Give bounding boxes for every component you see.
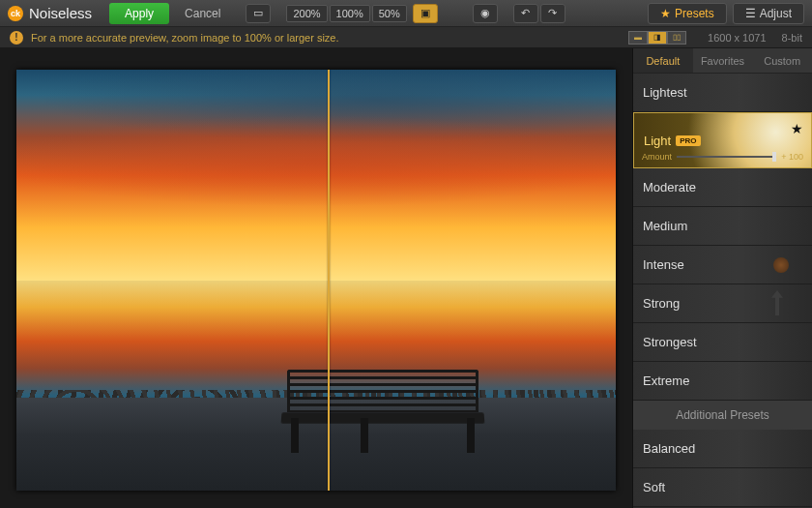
preset-label: Balanced bbox=[643, 441, 695, 456]
preview-group: ◉ bbox=[473, 4, 498, 23]
bit-depth: 8-bit bbox=[782, 32, 802, 44]
preset-tabs: Default Favorites Custom bbox=[633, 48, 812, 74]
main-area: Default Favorites Custom Lightest Light … bbox=[0, 48, 812, 508]
apply-button[interactable]: Apply bbox=[109, 3, 169, 24]
cancel-button[interactable]: Cancel bbox=[175, 3, 230, 24]
star-icon: ★ bbox=[660, 7, 671, 20]
adjust-label: Adjust bbox=[760, 7, 792, 20]
compare-single-icon[interactable]: ▬ bbox=[628, 31, 648, 45]
preset-moderate[interactable]: Moderate bbox=[633, 168, 812, 207]
redo-icon[interactable]: ↷ bbox=[540, 4, 566, 23]
compare-side-icon[interactable]: ▯▯ bbox=[667, 31, 686, 45]
export-group: ▭ bbox=[246, 4, 271, 23]
preset-balanced[interactable]: Balanced bbox=[633, 430, 812, 468]
tab-custom[interactable]: Custom bbox=[752, 48, 812, 73]
preset-soft[interactable]: Soft bbox=[633, 468, 812, 507]
preset-strong[interactable]: Strong bbox=[633, 284, 812, 323]
preset-label: Extreme bbox=[643, 374, 689, 388]
export-icon[interactable]: ▭ bbox=[246, 4, 271, 23]
app-title: Noiseless bbox=[29, 5, 92, 21]
zoom-group: 200% 100% 50% bbox=[286, 5, 406, 22]
compare-divider[interactable] bbox=[328, 70, 330, 491]
tab-default[interactable]: Default bbox=[633, 48, 693, 73]
additional-presets-header: Additional Presets bbox=[633, 401, 812, 430]
preset-label: Moderate bbox=[643, 180, 696, 194]
preset-list: Lightest Light PRO ★ Amount + 100 Modera… bbox=[633, 74, 812, 508]
slider-thumb[interactable] bbox=[772, 152, 776, 162]
preset-extreme[interactable]: Extreme bbox=[633, 362, 812, 401]
preset-label: Intense bbox=[643, 257, 684, 272]
undo-icon[interactable]: ↶ bbox=[513, 4, 538, 23]
tab-favorites[interactable]: Favorites bbox=[693, 48, 753, 73]
presets-sidebar: Default Favorites Custom Lightest Light … bbox=[632, 48, 812, 508]
zoom-200-button[interactable]: 200% bbox=[286, 5, 327, 22]
amount-label: Amount bbox=[642, 152, 672, 162]
presets-label: Presets bbox=[675, 7, 714, 20]
main-toolbar: ck Noiseless Apply Cancel ▭ 200% 100% 50… bbox=[0, 0, 812, 27]
preset-label: Strong bbox=[643, 296, 680, 311]
amount-value: + 100 bbox=[781, 152, 803, 162]
compare-mode-segment: ▬ ◨ ▯▯ bbox=[628, 31, 686, 45]
preset-label: Medium bbox=[643, 219, 687, 233]
zoom-50-button[interactable]: 50% bbox=[372, 5, 407, 22]
preset-intense[interactable]: Intense bbox=[633, 246, 812, 284]
preset-strongest[interactable]: Strongest bbox=[633, 323, 812, 362]
presets-panel-button[interactable]: ★Presets bbox=[648, 3, 727, 24]
compare-split-icon[interactable]: ◨ bbox=[648, 31, 667, 45]
slider-track[interactable] bbox=[677, 156, 776, 158]
image-canvas[interactable] bbox=[0, 48, 632, 508]
preset-lightest[interactable]: Lightest bbox=[633, 74, 812, 112]
sliders-icon: ☰ bbox=[745, 7, 756, 20]
favorite-star-icon[interactable]: ★ bbox=[791, 121, 803, 136]
preset-label: Strongest bbox=[643, 335, 697, 349]
preview-image bbox=[16, 70, 616, 491]
zoom-100-button[interactable]: 100% bbox=[330, 5, 370, 22]
preset-light[interactable]: Light PRO ★ Amount + 100 bbox=[633, 112, 812, 168]
eye-icon[interactable]: ◉ bbox=[473, 4, 498, 23]
preset-medium[interactable]: Medium bbox=[633, 207, 812, 246]
pro-badge: PRO bbox=[676, 135, 700, 146]
app-logo-icon: ck bbox=[8, 6, 23, 21]
bench-graphic bbox=[281, 346, 484, 453]
preset-label: Light bbox=[644, 134, 671, 148]
amount-slider[interactable]: Amount + 100 bbox=[642, 152, 803, 162]
warning-icon: ! bbox=[10, 31, 23, 45]
image-dimensions: 1600 x 1071 bbox=[708, 32, 767, 44]
preset-label: Lightest bbox=[643, 85, 687, 100]
adjust-panel-button[interactable]: ☰Adjust bbox=[733, 3, 804, 24]
preset-label: Soft bbox=[643, 480, 665, 494]
hint-text: For a more accurate preview, zoom image … bbox=[31, 32, 339, 44]
fit-screen-icon[interactable]: ▣ bbox=[413, 4, 438, 23]
history-group: ↶ ↷ bbox=[513, 4, 566, 23]
info-bar: ! For a more accurate preview, zoom imag… bbox=[0, 27, 812, 48]
